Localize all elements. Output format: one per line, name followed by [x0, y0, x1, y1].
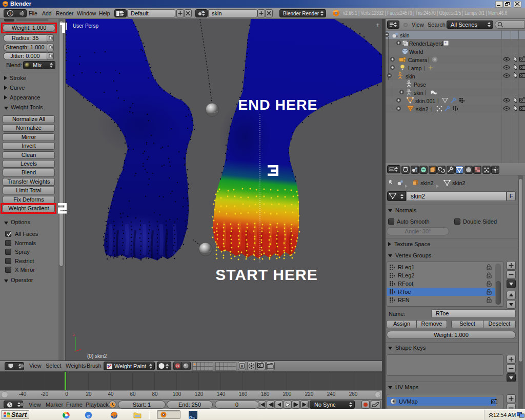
svg-text:+: +	[376, 21, 380, 29]
svg-text:(0) skin2: (0) skin2	[87, 353, 107, 359]
svg-text:i: i	[10, 11, 11, 16]
svg-text:z: z	[73, 332, 75, 337]
svg-text:END HERE: END HERE	[238, 96, 317, 113]
svg-text:START HERE: START HERE	[215, 266, 317, 283]
svg-text:R: R	[240, 365, 243, 368]
svg-text:e: e	[87, 412, 90, 418]
svg-text:User Persp: User Persp	[73, 23, 98, 29]
